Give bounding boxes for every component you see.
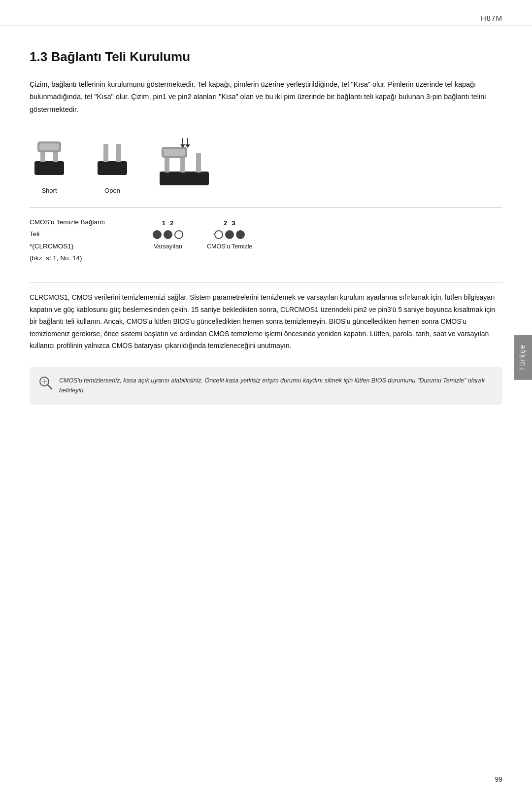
open-jumper-svg <box>93 132 132 181</box>
note-box: CMOS'u temizlerseniz, kasa açık uyarısı … <box>30 367 502 405</box>
svg-rect-11 <box>196 153 201 173</box>
intro-paragraph: Çizim, bağlantı tellerinin kurulumunu gö… <box>30 78 502 116</box>
three-pin-figure: 1 2 3 <box>156 138 215 194</box>
pin-1-filled <box>153 230 162 239</box>
side-tab-language: Türkçe <box>514 335 532 380</box>
connector-name-line4: (bkz. sf.1, No. 14) <box>30 252 123 264</box>
three-pin-svg: 1 2 3 <box>156 138 215 192</box>
pin-diagram-1-2: 1_2 Varsayılan <box>153 219 183 250</box>
pin-row-1-2 <box>153 230 183 239</box>
pin-3-filled <box>236 230 245 239</box>
svg-rect-8 <box>160 172 209 185</box>
pin-row-2-3 <box>214 230 245 239</box>
svg-rect-0 <box>34 161 64 175</box>
description-block: CLRCMOS1, CMOS verilerini temizlememizi … <box>30 291 502 352</box>
svg-text:3: 3 <box>197 185 200 191</box>
pin-caption-2-3: CMOS'u Temizle <box>207 243 252 250</box>
divider-2 <box>30 282 502 282</box>
svg-rect-16 <box>164 149 185 156</box>
pin-diagram-2-3: 2_3 CMOS'u Temizle <box>207 219 252 250</box>
short-jumper-figure: Short <box>30 132 69 194</box>
pin-label-1-2: 1_2 <box>162 219 174 227</box>
open-jumper-figure: Open <box>93 132 132 194</box>
connector-name-line1: CMOS'u Temizle Bağlantı <box>30 216 123 228</box>
main-content: 1.3 Bağlantı Teli Kurulumu Çizim, bağlan… <box>30 0 502 405</box>
connector-name-line2: Teli <box>30 228 123 240</box>
page-container: H87M Türkçe 1.3 Bağlantı Teli Kurulumu Ç… <box>0 0 532 798</box>
pin-2-filled <box>164 230 172 239</box>
connector-section: CMOS'u Temizle Bağlantı Teli *(CLRCMOS1)… <box>30 216 502 273</box>
divider-1 <box>30 207 502 208</box>
header-model: H87M <box>481 14 502 22</box>
svg-text:2: 2 <box>181 185 184 191</box>
pin-1-empty <box>214 230 223 239</box>
top-divider <box>0 26 532 26</box>
svg-text:1: 1 <box>165 185 168 191</box>
pin-3-empty <box>174 230 183 239</box>
svg-rect-5 <box>98 161 127 175</box>
connector-diagrams: 1_2 Varsayılan 2_3 C <box>153 219 252 250</box>
pin-2-filled <box>225 230 234 239</box>
svg-line-22 <box>48 385 52 389</box>
svg-rect-4 <box>39 143 59 150</box>
diagram-area: Short Open <box>30 132 502 198</box>
svg-rect-6 <box>103 144 108 162</box>
section-title: 1.3 Bağlantı Teli Kurulumu <box>30 49 502 65</box>
magnifier-icon <box>38 376 53 390</box>
note-text: CMOS'u temizlerseniz, kasa açık uyarısı … <box>59 376 492 396</box>
page-number: 99 <box>495 775 502 783</box>
pin-label-2-3: 2_3 <box>224 219 236 227</box>
pin-caption-1-2: Varsayılan <box>154 243 182 250</box>
open-label: Open <box>104 187 120 194</box>
connector-info: CMOS'u Temizle Bağlantı Teli *(CLRCMOS1)… <box>30 216 123 264</box>
short-jumper-svg <box>30 132 69 181</box>
connector-name-line3: *(CLRCMOS1) <box>30 241 123 252</box>
short-label: Short <box>41 187 57 194</box>
svg-rect-7 <box>116 144 121 162</box>
